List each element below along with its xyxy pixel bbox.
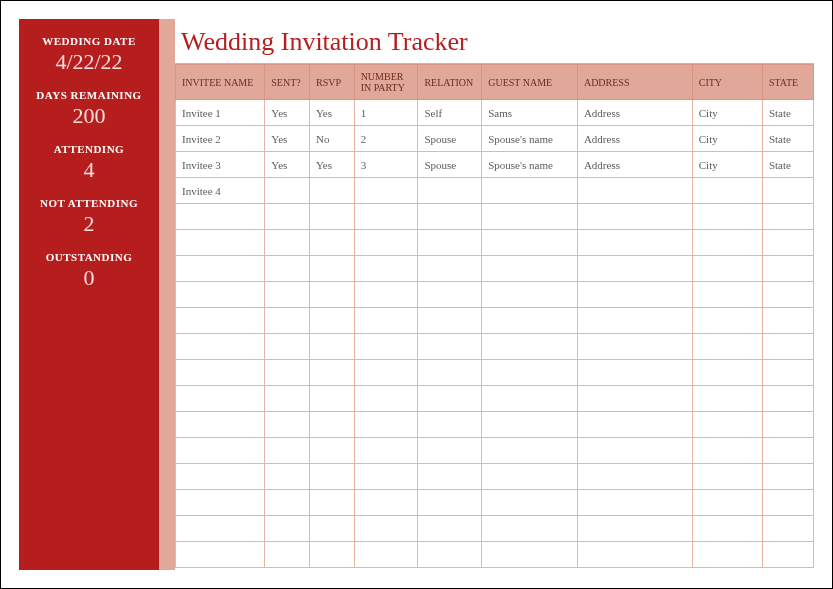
- table-row[interactable]: Invitee 4: [176, 178, 814, 204]
- cell-address[interactable]: [577, 230, 692, 256]
- cell-party[interactable]: [354, 490, 418, 516]
- table-row[interactable]: [176, 542, 814, 568]
- cell-state[interactable]: [762, 542, 813, 568]
- cell-city[interactable]: [692, 464, 762, 490]
- cell-name[interactable]: [176, 490, 265, 516]
- cell-relation[interactable]: [418, 412, 482, 438]
- cell-city[interactable]: City: [692, 100, 762, 126]
- cell-sent[interactable]: [265, 438, 310, 464]
- cell-address[interactable]: [577, 308, 692, 334]
- table-row[interactable]: [176, 230, 814, 256]
- cell-name[interactable]: [176, 464, 265, 490]
- cell-name[interactable]: Invitee 3: [176, 152, 265, 178]
- cell-state[interactable]: [762, 438, 813, 464]
- cell-address[interactable]: [577, 360, 692, 386]
- cell-party[interactable]: [354, 204, 418, 230]
- cell-sent[interactable]: [265, 360, 310, 386]
- cell-sent[interactable]: [265, 282, 310, 308]
- col-header-address[interactable]: ADDRESS: [577, 65, 692, 100]
- cell-relation[interactable]: [418, 386, 482, 412]
- cell-name[interactable]: [176, 516, 265, 542]
- cell-guest[interactable]: [482, 256, 578, 282]
- cell-party[interactable]: [354, 386, 418, 412]
- col-header-sent[interactable]: SENT?: [265, 65, 310, 100]
- cell-city[interactable]: City: [692, 152, 762, 178]
- cell-name[interactable]: [176, 282, 265, 308]
- cell-party[interactable]: [354, 360, 418, 386]
- cell-party[interactable]: [354, 282, 418, 308]
- cell-party[interactable]: [354, 334, 418, 360]
- cell-party[interactable]: [354, 256, 418, 282]
- col-header-rsvp[interactable]: RSVP: [309, 65, 354, 100]
- cell-rsvp[interactable]: [309, 542, 354, 568]
- cell-name[interactable]: Invitee 1: [176, 100, 265, 126]
- cell-relation[interactable]: [418, 204, 482, 230]
- cell-city[interactable]: [692, 256, 762, 282]
- col-header-party[interactable]: NUMBER IN PARTY: [354, 65, 418, 100]
- cell-rsvp[interactable]: [309, 230, 354, 256]
- cell-party[interactable]: [354, 178, 418, 204]
- cell-state[interactable]: [762, 178, 813, 204]
- cell-guest[interactable]: [482, 178, 578, 204]
- col-header-name[interactable]: INVITEE NAME: [176, 65, 265, 100]
- cell-state[interactable]: [762, 412, 813, 438]
- cell-rsvp[interactable]: [309, 204, 354, 230]
- cell-address[interactable]: [577, 438, 692, 464]
- cell-guest[interactable]: [482, 490, 578, 516]
- cell-rsvp[interactable]: [309, 412, 354, 438]
- cell-address[interactable]: [577, 386, 692, 412]
- cell-rsvp[interactable]: [309, 464, 354, 490]
- cell-rsvp[interactable]: [309, 308, 354, 334]
- cell-party[interactable]: [354, 308, 418, 334]
- cell-state[interactable]: State: [762, 100, 813, 126]
- cell-party[interactable]: [354, 438, 418, 464]
- cell-rsvp[interactable]: Yes: [309, 152, 354, 178]
- cell-guest[interactable]: [482, 516, 578, 542]
- table-row[interactable]: Invitee 2YesNo2SpouseSpouse's nameAddres…: [176, 126, 814, 152]
- cell-city[interactable]: [692, 360, 762, 386]
- cell-party[interactable]: [354, 464, 418, 490]
- cell-address[interactable]: Address: [577, 152, 692, 178]
- cell-relation[interactable]: [418, 516, 482, 542]
- cell-rsvp[interactable]: [309, 490, 354, 516]
- cell-rsvp[interactable]: [309, 516, 354, 542]
- cell-state[interactable]: [762, 230, 813, 256]
- cell-sent[interactable]: [265, 178, 310, 204]
- cell-city[interactable]: [692, 178, 762, 204]
- cell-guest[interactable]: [482, 412, 578, 438]
- col-header-relation[interactable]: RELATION: [418, 65, 482, 100]
- cell-state[interactable]: [762, 334, 813, 360]
- cell-sent[interactable]: [265, 308, 310, 334]
- cell-rsvp[interactable]: [309, 282, 354, 308]
- cell-city[interactable]: [692, 386, 762, 412]
- cell-state[interactable]: [762, 490, 813, 516]
- cell-state[interactable]: State: [762, 126, 813, 152]
- cell-party[interactable]: [354, 412, 418, 438]
- table-row[interactable]: [176, 516, 814, 542]
- cell-guest[interactable]: [482, 204, 578, 230]
- cell-name[interactable]: [176, 542, 265, 568]
- table-row[interactable]: Invitee 3YesYes3SpouseSpouse's nameAddre…: [176, 152, 814, 178]
- table-row[interactable]: [176, 256, 814, 282]
- table-row[interactable]: [176, 386, 814, 412]
- cell-address[interactable]: [577, 464, 692, 490]
- table-row[interactable]: [176, 412, 814, 438]
- cell-state[interactable]: [762, 516, 813, 542]
- cell-relation[interactable]: Self: [418, 100, 482, 126]
- cell-guest[interactable]: [482, 230, 578, 256]
- cell-guest[interactable]: [482, 386, 578, 412]
- table-row[interactable]: [176, 334, 814, 360]
- cell-rsvp[interactable]: [309, 256, 354, 282]
- cell-city[interactable]: [692, 230, 762, 256]
- cell-rsvp[interactable]: Yes: [309, 100, 354, 126]
- cell-relation[interactable]: [418, 178, 482, 204]
- col-header-state[interactable]: STATE: [762, 65, 813, 100]
- table-row[interactable]: [176, 464, 814, 490]
- cell-rsvp[interactable]: [309, 334, 354, 360]
- invitee-table[interactable]: INVITEE NAME SENT? RSVP NUMBER IN PARTY …: [175, 64, 814, 568]
- cell-address[interactable]: [577, 282, 692, 308]
- cell-guest[interactable]: [482, 308, 578, 334]
- cell-city[interactable]: [692, 438, 762, 464]
- cell-state[interactable]: [762, 308, 813, 334]
- cell-relation[interactable]: [418, 230, 482, 256]
